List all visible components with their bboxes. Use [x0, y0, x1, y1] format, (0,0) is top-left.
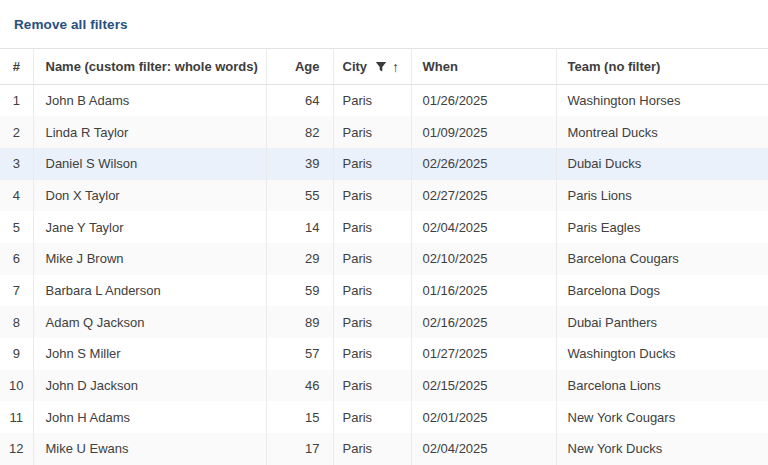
cell-index: 9	[0, 338, 33, 370]
cell-city: Paris	[333, 85, 411, 117]
cell-team: Washington Ducks	[556, 338, 768, 370]
cell-team: Paris Lions	[556, 180, 768, 212]
column-header-team[interactable]: Team (no filter)	[556, 49, 768, 85]
cell-age: 17	[266, 433, 333, 465]
remove-all-filters-link[interactable]: Remove all filters	[14, 17, 128, 32]
cell-when: 02/26/2025	[411, 148, 556, 180]
cell-age: 46	[266, 370, 333, 402]
toolbar: Remove all filters	[0, 0, 768, 48]
cell-city: Paris	[333, 401, 411, 433]
cell-index: 2	[0, 116, 33, 148]
cell-team: Dubai Ducks	[556, 148, 768, 180]
cell-city: Paris	[333, 116, 411, 148]
cell-city: Paris	[333, 306, 411, 338]
cell-name: John H Adams	[33, 401, 266, 433]
cell-when: 01/09/2025	[411, 116, 556, 148]
cell-team: Barcelona Lions	[556, 370, 768, 402]
table-row[interactable]: 12 Mike U Ewans 17 Paris 02/04/2025 New …	[0, 433, 768, 465]
cell-when: 02/10/2025	[411, 243, 556, 275]
table-row[interactable]: 3 Daniel S Wilson 39 Paris 02/26/2025 Du…	[0, 148, 768, 180]
column-header-index[interactable]: #	[0, 49, 33, 85]
cell-age: 29	[266, 243, 333, 275]
cell-age: 57	[266, 338, 333, 370]
cell-city: Paris	[333, 370, 411, 402]
cell-team: New York Ducks	[556, 433, 768, 465]
table-header: # Name (custom filter: whole words) Age …	[0, 49, 768, 85]
cell-team: Barcelona Cougars	[556, 243, 768, 275]
column-header-when[interactable]: When	[411, 49, 556, 85]
cell-city: Paris	[333, 243, 411, 275]
cell-name: Mike J Brown	[33, 243, 266, 275]
cell-name: Jane Y Taylor	[33, 211, 266, 243]
cell-when: 02/04/2025	[411, 433, 556, 465]
cell-index: 3	[0, 148, 33, 180]
table-row[interactable]: 4 Don X Taylor 55 Paris 02/27/2025 Paris…	[0, 180, 768, 212]
cell-index: 10	[0, 370, 33, 402]
cell-index: 6	[0, 243, 33, 275]
header-row: # Name (custom filter: whole words) Age …	[0, 49, 768, 85]
cell-when: 01/26/2025	[411, 85, 556, 117]
cell-name: Barbara L Anderson	[33, 275, 266, 307]
column-header-name[interactable]: Name (custom filter: whole words)	[33, 49, 266, 85]
table-row[interactable]: 8 Adam Q Jackson 89 Paris 02/16/2025 Dub…	[0, 306, 768, 338]
table-row[interactable]: 9 John S Miller 57 Paris 01/27/2025 Wash…	[0, 338, 768, 370]
table-body: 1 John B Adams 64 Paris 01/26/2025 Washi…	[0, 85, 768, 465]
cell-when: 01/16/2025	[411, 275, 556, 307]
data-table: # Name (custom filter: whole words) Age …	[0, 48, 768, 465]
table-row[interactable]: 7 Barbara L Anderson 59 Paris 01/16/2025…	[0, 275, 768, 307]
cell-city: Paris	[333, 180, 411, 212]
cell-age: 89	[266, 306, 333, 338]
cell-team: Washington Horses	[556, 85, 768, 117]
table-row[interactable]: 5 Jane Y Taylor 14 Paris 02/04/2025 Pari…	[0, 211, 768, 243]
cell-when: 01/27/2025	[411, 338, 556, 370]
filter-icon[interactable]	[375, 61, 387, 73]
cell-name: Mike U Ewans	[33, 433, 266, 465]
cell-team: Paris Eagles	[556, 211, 768, 243]
table-row[interactable]: 2 Linda R Taylor 82 Paris 01/09/2025 Mon…	[0, 116, 768, 148]
cell-name: Adam Q Jackson	[33, 306, 266, 338]
cell-when: 02/16/2025	[411, 306, 556, 338]
cell-age: 82	[266, 116, 333, 148]
cell-team: Dubai Panthers	[556, 306, 768, 338]
cell-age: 59	[266, 275, 333, 307]
cell-index: 7	[0, 275, 33, 307]
cell-city: Paris	[333, 275, 411, 307]
cell-name: John B Adams	[33, 85, 266, 117]
cell-index: 4	[0, 180, 33, 212]
cell-city: Paris	[333, 148, 411, 180]
cell-when: 02/27/2025	[411, 180, 556, 212]
cell-name: Daniel S Wilson	[33, 148, 266, 180]
cell-age: 64	[266, 85, 333, 117]
cell-age: 39	[266, 148, 333, 180]
table-row[interactable]: 11 John H Adams 15 Paris 02/01/2025 New …	[0, 401, 768, 433]
table-row[interactable]: 1 John B Adams 64 Paris 01/26/2025 Washi…	[0, 85, 768, 117]
cell-index: 1	[0, 85, 33, 117]
column-header-city-label: City	[343, 59, 368, 74]
cell-name: Don X Taylor	[33, 180, 266, 212]
cell-index: 12	[0, 433, 33, 465]
sort-ascending-icon[interactable]: ↑	[392, 60, 399, 74]
cell-team: Montreal Ducks	[556, 116, 768, 148]
column-header-city[interactable]: City ↑	[333, 49, 411, 85]
table-row[interactable]: 6 Mike J Brown 29 Paris 02/10/2025 Barce…	[0, 243, 768, 275]
cell-team: New York Cougars	[556, 401, 768, 433]
cell-age: 55	[266, 180, 333, 212]
cell-city: Paris	[333, 338, 411, 370]
cell-team: Barcelona Dogs	[556, 275, 768, 307]
cell-name: John S Miller	[33, 338, 266, 370]
cell-city: Paris	[333, 211, 411, 243]
table-row[interactable]: 10 John D Jackson 46 Paris 02/15/2025 Ba…	[0, 370, 768, 402]
cell-age: 15	[266, 401, 333, 433]
cell-index: 5	[0, 211, 33, 243]
cell-index: 8	[0, 306, 33, 338]
cell-city: Paris	[333, 433, 411, 465]
cell-name: Linda R Taylor	[33, 116, 266, 148]
cell-age: 14	[266, 211, 333, 243]
cell-when: 02/04/2025	[411, 211, 556, 243]
cell-when: 02/01/2025	[411, 401, 556, 433]
column-header-age[interactable]: Age	[266, 49, 333, 85]
cell-when: 02/15/2025	[411, 370, 556, 402]
cell-index: 11	[0, 401, 33, 433]
cell-name: John D Jackson	[33, 370, 266, 402]
